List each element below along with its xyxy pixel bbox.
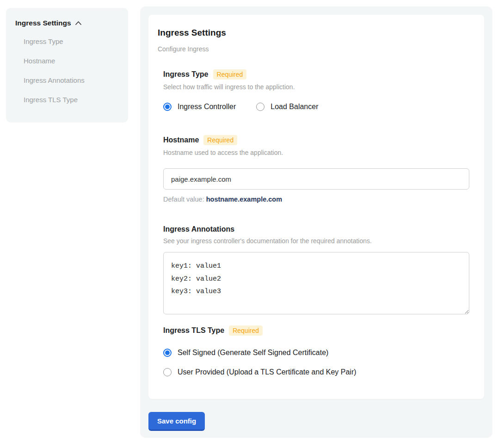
sidebar-section-toggle[interactable]: Ingress Settings	[15, 19, 119, 27]
sidebar-item-hostname[interactable]: Hostname	[24, 57, 119, 65]
sidebar-item-ingress-annotations[interactable]: Ingress Annotations	[24, 76, 119, 85]
required-badge: Required	[203, 135, 237, 145]
ingress-tls-type-section: Ingress TLS Type Required Self Signed (G…	[163, 325, 469, 376]
hostname-section: Hostname Required Hostname used to acces…	[163, 135, 469, 203]
default-value-text: hostname.example.com	[206, 196, 282, 203]
ingress-type-helper: Select how traffic will ingress to the a…	[163, 83, 469, 91]
chevron-up-icon	[75, 21, 82, 25]
ingress-annotations-textarea[interactable]: key1: value1 key2: value2 key3: value3	[163, 252, 469, 314]
settings-sidebar: Ingress Settings Ingress Type Hostname I…	[6, 8, 128, 123]
settings-main-panel: Ingress Settings Configure Ingress Ingre…	[140, 6, 492, 438]
radio-selected-icon[interactable]	[163, 103, 172, 111]
hostname-default-line: Default value: hostname.example.com	[163, 196, 469, 203]
radio-load-balancer[interactable]: Load Balancer	[256, 103, 318, 111]
ingress-tls-type-label: Ingress TLS Type	[163, 326, 224, 335]
radio-selected-icon[interactable]	[163, 349, 172, 357]
save-config-button[interactable]: Save config	[148, 412, 205, 431]
hostname-helper: Hostname used to access the application.	[163, 149, 469, 156]
page-title: Ingress Settings	[158, 28, 475, 38]
radio-unselected-icon[interactable]	[163, 368, 172, 376]
required-badge: Required	[213, 69, 247, 80]
sidebar-item-ingress-type[interactable]: Ingress Type	[24, 37, 119, 46]
radio-unselected-icon[interactable]	[256, 103, 264, 111]
ingress-type-section: Ingress Type Required Select how traffic…	[163, 69, 469, 111]
sidebar-item-list: Ingress Type Hostname Ingress Annotation…	[15, 37, 119, 104]
ingress-annotations-section: Ingress Annotations See your ingress con…	[163, 225, 469, 314]
ingress-type-label: Ingress Type	[163, 70, 209, 79]
page-subtitle: Configure Ingress	[158, 45, 475, 53]
sidebar-section-title: Ingress Settings	[15, 19, 71, 27]
hostname-input[interactable]	[163, 168, 469, 190]
default-value-label: Default value:	[163, 196, 204, 203]
ingress-tls-type-radio-group: Self Signed (Generate Self Signed Certif…	[163, 349, 469, 376]
ingress-type-radio-group: Ingress Controller Load Balancer	[163, 103, 469, 111]
radio-self-signed[interactable]: Self Signed (Generate Self Signed Certif…	[163, 349, 469, 357]
required-badge: Required	[229, 325, 263, 336]
sidebar-item-ingress-tls-type[interactable]: Ingress TLS Type	[24, 96, 119, 104]
radio-user-provided[interactable]: User Provided (Upload a TLS Certificate …	[163, 368, 469, 376]
hostname-label: Hostname	[163, 136, 199, 144]
form-sections: Ingress Type Required Select how traffic…	[163, 69, 469, 376]
ingress-settings-card: Ingress Settings Configure Ingress Ingre…	[148, 15, 484, 399]
ingress-annotations-helper: See your ingress controller's documentat…	[163, 237, 469, 245]
ingress-annotations-label: Ingress Annotations	[163, 225, 234, 233]
radio-ingress-controller[interactable]: Ingress Controller	[163, 103, 236, 111]
